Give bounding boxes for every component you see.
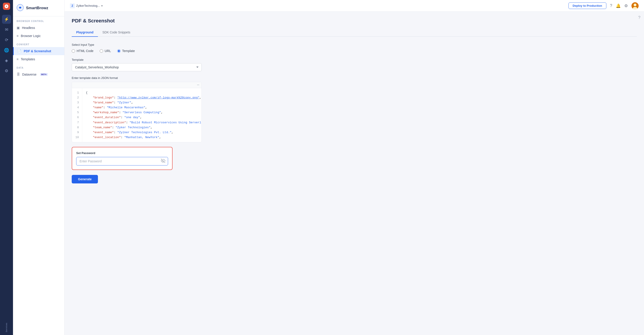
deploy-to-production-button[interactable]: Deploy to Production	[568, 3, 606, 9]
template-label: Template	[72, 58, 202, 62]
form-section: Select Input Type HTML Code URL Template…	[72, 43, 202, 183]
sidebar-item-dataverse-label: Dataverse	[22, 73, 36, 76]
radio-url[interactable]: URL	[100, 49, 111, 53]
sidebar-item-browser-logic[interactable]: ≡ Browser Logic	[13, 32, 64, 40]
code-line-5: "workshop_name": "Serverless Computing",	[86, 110, 198, 115]
workspace-badge: Z	[70, 3, 75, 8]
workspace-selector[interactable]: Z ZylkerTechnolog... ▾	[70, 3, 103, 8]
line-num-2: 2	[75, 95, 79, 100]
sidebar-icon-settings[interactable]: ⚙	[2, 66, 11, 75]
minimize-icon[interactable]: —	[197, 83, 199, 87]
sidebar-item-templates-label: Templates	[21, 57, 35, 61]
bell-icon[interactable]: 🔔	[616, 3, 621, 8]
templates-icon: ≡	[16, 57, 18, 61]
help-corner-icon[interactable]: ?	[638, 15, 640, 20]
radio-template[interactable]: Template	[117, 49, 135, 53]
sidebar-item-browser-logic-label: Browser Logic	[21, 34, 41, 38]
line-num-3: 3	[75, 100, 79, 105]
icon-bar: ⚡ ✉ ⟳ 🌐 ◈ ⚙ Services	[0, 0, 13, 335]
help-icon[interactable]: ?	[610, 3, 612, 8]
code-area-label: Enter template data in JSON format	[72, 76, 202, 80]
password-section: Set Password	[72, 147, 172, 170]
password-input-wrapper	[76, 157, 168, 165]
sidebar-item-pdf-label: PDF & Screenshot	[24, 49, 51, 53]
sidebar-title: SmartBrowz	[26, 6, 48, 10]
radio-html-code-input[interactable]	[72, 49, 75, 53]
password-label: Set Password	[76, 151, 168, 155]
pdf-icon: 📄	[17, 49, 22, 53]
sidebar: SmartBrowz BROWSER CONTROL ▣ Headless ≡ …	[13, 0, 64, 335]
generate-button[interactable]: Generate	[72, 175, 98, 183]
sidebar-icon-globe[interactable]: 🌐	[2, 46, 11, 55]
radio-group: HTML Code URL Template	[72, 49, 202, 53]
services-label: Services	[6, 320, 8, 332]
line-num-8: 8	[75, 125, 79, 130]
header-right: Deploy to Production ? 🔔 ⚙	[568, 2, 638, 10]
input-type-label: Select Input Type	[72, 43, 202, 47]
sidebar-icon-plugin[interactable]: ◈	[2, 56, 11, 65]
code-line-7: "event_description": "Build Robust Micro…	[86, 120, 198, 125]
line-num-4: 4	[75, 105, 79, 110]
main-wrapper: Z ZylkerTechnolog... ▾ Deploy to Product…	[64, 0, 644, 335]
browser-logic-icon: ≡	[16, 34, 18, 38]
line-num-10: 10	[75, 135, 79, 140]
brand-logo-link[interactable]: "http://www.zylker.com/zf-logo-mark%20co…	[117, 96, 200, 99]
section-convert: CONVERT	[13, 40, 64, 47]
radio-template-label: Template	[122, 49, 135, 53]
code-line-1: {	[86, 90, 198, 95]
top-header: Z ZylkerTechnolog... ▾ Deploy to Product…	[64, 0, 644, 12]
line-num-1: 1	[75, 90, 79, 95]
radio-url-input[interactable]	[100, 49, 103, 53]
radio-html-code-label: HTML Code	[77, 49, 94, 53]
workspace-name: ZylkerTechnolog...	[76, 4, 100, 8]
sidebar-item-pdf-screenshot[interactable]: 📄 PDF & Screenshot	[13, 47, 64, 55]
gear-icon[interactable]: ⚙	[624, 3, 628, 8]
workspace-chevron-icon: ▾	[101, 4, 103, 8]
svg-point-3	[634, 4, 636, 6]
user-avatar[interactable]	[632, 2, 638, 10]
main-content: PDF & Screenshot Playground SDK Code Sni…	[64, 12, 644, 335]
line-num-6: 6	[75, 115, 79, 120]
section-data: DATA	[13, 63, 64, 70]
password-toggle-icon[interactable]	[161, 159, 165, 164]
code-content[interactable]: { "brand_logo": "http://www.zylker.com/z…	[82, 88, 202, 142]
radio-html-code[interactable]: HTML Code	[72, 49, 94, 53]
tab-sdk-code-snippets[interactable]: SDK Code Snippets	[98, 28, 135, 37]
sidebar-header: SmartBrowz	[13, 0, 64, 16]
sidebar-item-dataverse[interactable]: 🗄 Dataverse BETA	[13, 70, 64, 78]
svg-point-1	[19, 7, 21, 9]
password-input[interactable]	[76, 157, 168, 165]
line-num-5: 5	[75, 110, 79, 115]
sidebar-item-headless-label: Headless	[22, 26, 35, 30]
dataverse-icon: 🗄	[16, 72, 20, 76]
code-line-8: "team_name": "Zyker Technologies",	[86, 125, 198, 130]
section-browser-control: BROWSER CONTROL	[13, 16, 64, 24]
sidebar-icon-analytics[interactable]: ⚡	[2, 15, 11, 24]
code-line-3: "brand_name": "Zylker",	[86, 100, 198, 105]
code-lines: 1 2 3 4 5 6 7 8 9 10 { "brand_logo": "ht…	[72, 88, 202, 142]
headless-icon: ▣	[16, 26, 20, 30]
sidebar-logo	[16, 4, 24, 12]
sidebar-icon-email[interactable]: ✉	[2, 25, 11, 34]
sidebar-icon-workflow[interactable]: ⟳	[2, 36, 11, 44]
radio-url-label: URL	[105, 49, 111, 53]
template-select[interactable]: Catalyst_Serverless_Workshop	[72, 63, 202, 71]
sidebar-item-headless[interactable]: ▣ Headless	[13, 24, 64, 32]
sidebar-item-templates[interactable]: ≡ Templates	[13, 55, 64, 63]
line-num-7: 7	[75, 120, 79, 125]
tab-playground[interactable]: Playground	[72, 28, 98, 37]
app-logo-icon[interactable]	[3, 3, 10, 10]
code-editor-header: —	[72, 82, 202, 88]
code-line-10: "event_location": "Manhattan, NewYork",	[86, 135, 198, 140]
code-line-6: "event_duration": "one day",	[86, 115, 198, 120]
page-title: PDF & Screenshot	[72, 18, 637, 24]
dataverse-beta-badge: BETA	[40, 73, 48, 76]
line-num-9: 9	[75, 130, 79, 135]
code-editor: — 1 2 3 4 5 6 7 8 9 10	[72, 82, 202, 142]
code-line-9: "event_name": "Zylker Technologies Pvt. …	[86, 130, 198, 135]
code-line-2: "brand_logo": "http://www.zylker.com/zf-…	[86, 95, 198, 100]
line-numbers: 1 2 3 4 5 6 7 8 9 10	[72, 88, 82, 142]
radio-template-input[interactable]	[117, 49, 120, 53]
code-line-4: "name": "Michelle Mascarenhas",	[86, 105, 198, 110]
tabs: Playground SDK Code Snippets	[72, 28, 637, 37]
